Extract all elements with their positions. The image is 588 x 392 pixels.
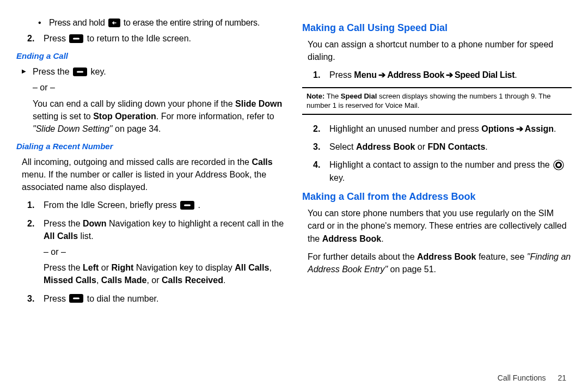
arrow-icon: ➔ bbox=[378, 70, 385, 79]
text: key. bbox=[329, 173, 345, 182]
text: You can end a call by sliding down your … bbox=[33, 99, 235, 108]
bold: Missed Calls bbox=[44, 275, 96, 285]
bold: Left bbox=[83, 263, 99, 272]
text: Navigation key to display bbox=[133, 263, 235, 272]
text: All incoming, outgoing and missed calls … bbox=[22, 157, 252, 167]
text: Press and hold bbox=[49, 18, 105, 27]
text: . bbox=[223, 275, 225, 285]
center-key-icon bbox=[553, 160, 564, 170]
bold: Address Book bbox=[322, 234, 381, 243]
num-label: 2. bbox=[27, 32, 34, 45]
text: or bbox=[99, 263, 111, 272]
bold: All Calls bbox=[235, 263, 269, 272]
svg-rect-4 bbox=[77, 71, 83, 72]
text: Highlight a contact to assign to the num… bbox=[329, 160, 552, 169]
text: Press bbox=[44, 34, 68, 43]
svg-point-9 bbox=[554, 160, 564, 170]
bold: Speed Dial List bbox=[455, 70, 514, 79]
text: , or bbox=[146, 275, 162, 285]
text: Press bbox=[329, 70, 354, 79]
svg-rect-6 bbox=[184, 205, 191, 206]
ab-body: You can store phone numbers that you use… bbox=[308, 207, 572, 245]
num-label: 3. bbox=[313, 140, 320, 153]
num-label: 3. bbox=[27, 292, 34, 305]
text: menu. If the number or caller is listed … bbox=[22, 170, 266, 192]
text: Navigation key to highlight a recent cal… bbox=[107, 219, 284, 228]
text: or bbox=[415, 142, 427, 151]
text: key. bbox=[90, 67, 106, 76]
text: setting is set to bbox=[33, 112, 93, 121]
num-label: 2. bbox=[313, 122, 320, 135]
speed-steps-rest: 2. Highlight an unused number and press … bbox=[302, 122, 572, 184]
bold: Right bbox=[111, 263, 133, 272]
text: . bbox=[554, 124, 556, 133]
bold: Assign bbox=[525, 124, 554, 133]
bold: FDN Contacts bbox=[428, 142, 486, 151]
bold: Calls Received bbox=[162, 275, 223, 285]
text: . bbox=[485, 142, 487, 151]
text: From the Idle Screen, briefly press bbox=[44, 200, 179, 210]
back-key-icon bbox=[108, 19, 120, 27]
ending-call-steps: Press the key. – or – You can end a call… bbox=[16, 65, 286, 135]
text: Press the bbox=[44, 219, 83, 228]
call-key-icon bbox=[69, 294, 83, 303]
text: Select bbox=[329, 142, 356, 151]
text: , bbox=[269, 263, 271, 272]
text: Press the bbox=[44, 263, 83, 272]
text: on page 34. bbox=[113, 124, 161, 133]
bold: Calls Made bbox=[101, 275, 147, 285]
speed-body: You can assign a shortcut number to a ph… bbox=[308, 38, 572, 63]
footer-section: Call Functions bbox=[498, 373, 546, 382]
bold: Speed Dial bbox=[341, 92, 377, 100]
page-footer: Call Functions 21 bbox=[498, 373, 566, 382]
text: Press the bbox=[33, 67, 72, 76]
dialing-steps: 1. From the Idle Screen, briefly press .… bbox=[16, 199, 286, 304]
footer-page-number: 21 bbox=[558, 373, 566, 382]
text: to return to the Idle screen. bbox=[87, 34, 191, 43]
speed-dial-heading: Making a Call Using Speed Dial bbox=[302, 21, 572, 35]
text: Highlight an unused number and press bbox=[329, 124, 481, 133]
text: . bbox=[514, 70, 517, 79]
bold: Stop Operation bbox=[93, 112, 156, 121]
num-label: 4. bbox=[313, 158, 320, 171]
text: . For more information, refer to bbox=[156, 112, 274, 121]
italic-ref: "Slide Down Setting" bbox=[33, 124, 113, 133]
text: For further details about the bbox=[308, 252, 417, 261]
svg-rect-8 bbox=[73, 298, 79, 299]
bold: Slide Down bbox=[235, 99, 282, 108]
text: , bbox=[96, 275, 101, 285]
end-key-icon bbox=[69, 34, 83, 43]
bold: Down bbox=[83, 219, 107, 228]
num-label: 1. bbox=[313, 69, 320, 81]
bold: Address Book bbox=[356, 142, 415, 151]
dialing-body: All incoming, outgoing and missed calls … bbox=[22, 156, 286, 194]
arrow-icon: ➔ bbox=[516, 124, 523, 133]
text: list. bbox=[78, 231, 93, 241]
arrow-icon: ➔ bbox=[446, 70, 453, 79]
num-label: 1. bbox=[27, 199, 34, 211]
ending-call-heading: Ending a Call bbox=[16, 50, 286, 62]
svg-rect-2 bbox=[73, 38, 79, 39]
bold: Calls bbox=[252, 157, 272, 167]
speed-step1: 1. Press Menu➔Address Book➔Speed Dial Li… bbox=[302, 69, 572, 81]
dialing-recent-heading: Dialing a Recent Number bbox=[16, 140, 286, 152]
left-column: Press and hold to erase the entire strin… bbox=[16, 16, 286, 310]
note-label: Note: bbox=[307, 92, 327, 100]
return-idle-item: 2. Press to return to the Idle screen. bbox=[16, 32, 286, 45]
end-key-icon bbox=[73, 68, 87, 76]
text: on page 51. bbox=[388, 265, 436, 274]
bold: Menu bbox=[354, 70, 377, 79]
address-book-heading: Making a Call from the Address Book bbox=[302, 189, 572, 204]
or-text: – or – bbox=[44, 246, 286, 258]
bold: Address Book bbox=[417, 252, 476, 261]
bold: Options bbox=[481, 124, 514, 133]
text: The bbox=[327, 92, 341, 100]
ab-ref: For further details about the Address Bo… bbox=[308, 250, 572, 275]
text: to erase the entire string of numbers. bbox=[124, 18, 260, 27]
bold: Address Book bbox=[387, 70, 444, 79]
call-key-icon bbox=[180, 201, 194, 210]
text: . bbox=[198, 200, 200, 210]
right-column: Making a Call Using Speed Dial You can a… bbox=[302, 16, 572, 310]
text: feature, see bbox=[476, 252, 526, 261]
bold: All Calls bbox=[44, 231, 78, 241]
